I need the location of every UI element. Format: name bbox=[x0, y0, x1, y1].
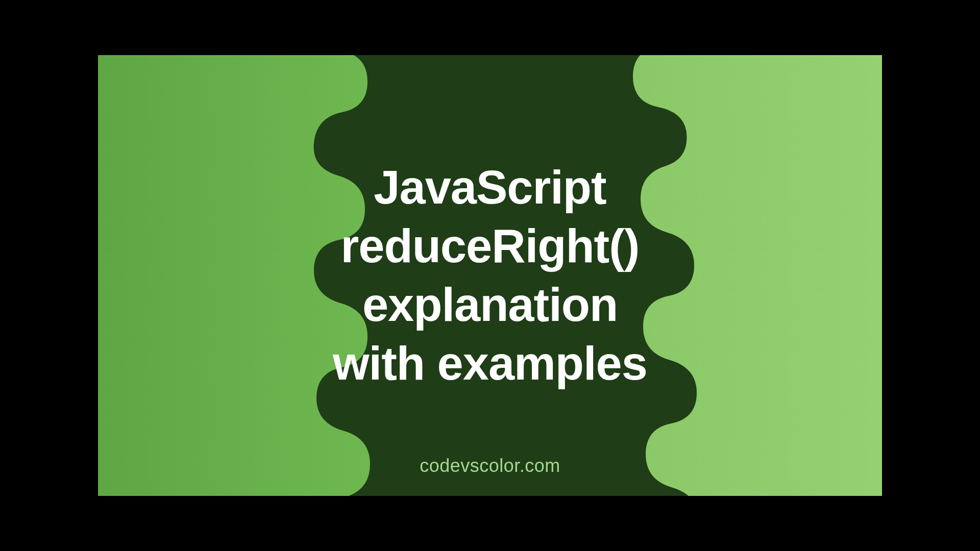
site-url: codevscolor.com bbox=[420, 455, 560, 477]
banner-title: JavaScript reduceRight() explanation wit… bbox=[333, 158, 647, 393]
content-area: JavaScript reduceRight() explanation wit… bbox=[98, 55, 882, 496]
banner-container: JavaScript reduceRight() explanation wit… bbox=[98, 55, 882, 496]
